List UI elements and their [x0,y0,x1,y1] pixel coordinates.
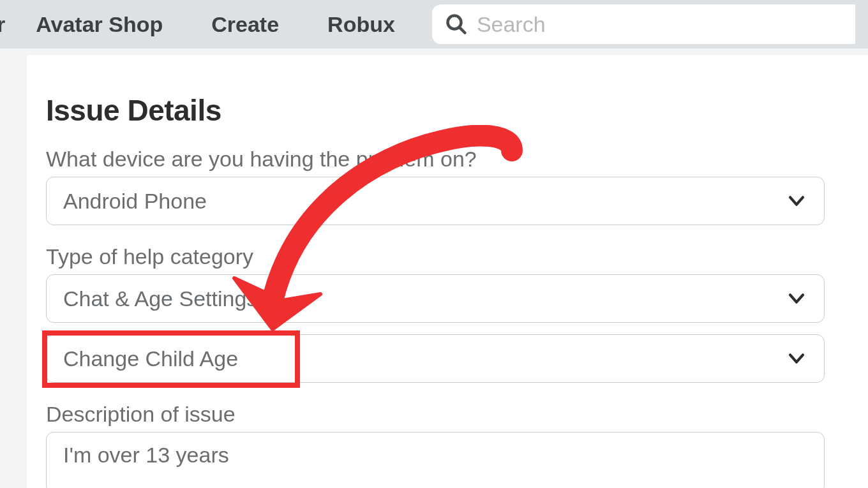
search-input[interactable] [477,12,842,37]
page-body: Issue Details What device are you having… [0,48,868,488]
category-select[interactable]: Chat & Age Settings [46,274,825,323]
description-textarea[interactable] [46,432,825,488]
page-title: Issue Details [46,93,850,128]
nav-avatar-shop[interactable]: Avatar Shop [11,12,187,37]
search-field[interactable] [432,4,855,44]
topbar: r Avatar Shop Create Robux [0,0,868,48]
search-icon [445,13,468,36]
chevron-down-icon [786,190,807,212]
chevron-down-icon [786,348,807,369]
nav-create[interactable]: Create [187,12,303,37]
nav-robux[interactable]: Robux [303,12,419,37]
subcategory-select-value: Change Child Age [63,346,238,371]
device-label: What device are you having the problem o… [46,147,850,172]
form-card: Issue Details What device are you having… [27,55,868,488]
subcategory-select[interactable]: Change Child Age [46,334,825,383]
device-select[interactable]: Android Phone [46,177,825,225]
description-label: Description of issue [46,402,850,427]
category-label: Type of help category [46,244,850,269]
device-select-value: Android Phone [63,189,207,214]
nav-fragment: r [0,12,11,37]
category-select-value: Chat & Age Settings [63,286,257,311]
svg-line-1 [460,27,465,33]
chevron-down-icon [786,288,807,309]
